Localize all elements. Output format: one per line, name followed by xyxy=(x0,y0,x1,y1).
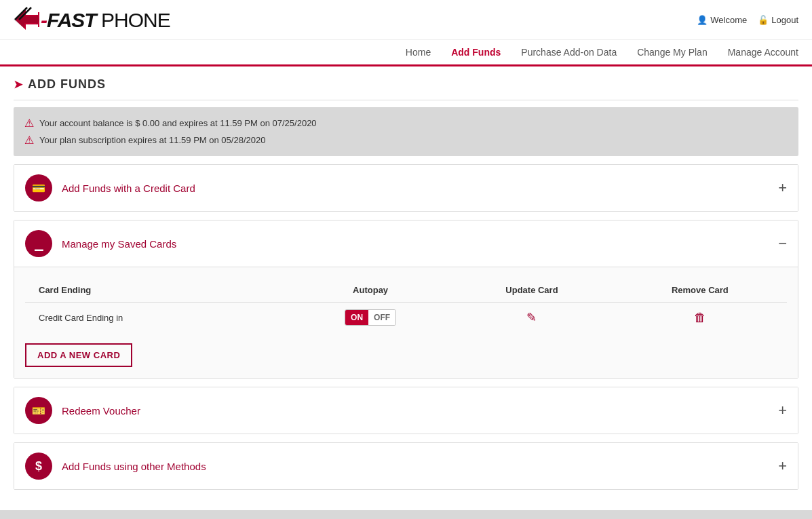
col-update-card: Update Card xyxy=(450,278,613,303)
credit-card-section: 💳 Add Funds with a Credit Card + xyxy=(14,164,798,212)
credit-card-title: Add Funds with a Credit Card xyxy=(62,182,195,194)
other-methods-section: $ Add Funds using other Methods + xyxy=(14,442,798,490)
header: -FAST PHONE 👤 Welcome 🔓 Logout xyxy=(0,0,812,40)
page-title-bar: ➤ ADD FUNDS xyxy=(14,66,798,100)
alert-icon-2: ⚠ xyxy=(24,134,34,147)
autopay-off: OFF xyxy=(368,310,395,325)
remove-card-cell: 🗑 xyxy=(613,303,787,333)
credit-card-toggle: + xyxy=(778,179,787,197)
credit-card-left: 💳 Add Funds with a Credit Card xyxy=(25,174,195,201)
welcome-label: Welcome xyxy=(710,15,747,25)
autopay-cell: ON OFF xyxy=(290,303,450,333)
col-remove-card: Remove Card xyxy=(613,278,787,303)
redeem-voucher-title: Redeem Voucher xyxy=(62,405,140,417)
footer: © GCI COMMUNICATIONS CORP. ALL RIGHTS RE… xyxy=(0,510,812,519)
page-title: ADD FUNDS xyxy=(28,77,106,92)
saved-cards-section: ⎯ Manage my Saved Cards − Card Ending Au… xyxy=(14,220,798,379)
chevron-icon: ➤ xyxy=(14,78,22,91)
nav-add-funds[interactable]: Add Funds xyxy=(451,47,501,58)
other-methods-toggle: + xyxy=(778,457,787,475)
credit-card-header[interactable]: 💳 Add Funds with a Credit Card + xyxy=(14,165,798,211)
update-card-cell: ✎ xyxy=(450,303,613,333)
saved-cards-toggle: − xyxy=(778,235,787,252)
saved-cards-header[interactable]: ⎯ Manage my Saved Cards − xyxy=(14,220,798,267)
alert-row-2: ⚠ Your plan subscription expires at 11.5… xyxy=(24,134,788,147)
credit-card-icon: 💳 xyxy=(32,182,45,195)
other-methods-icon: $ xyxy=(35,459,42,474)
user-icon: 👤 xyxy=(697,15,708,25)
redeem-voucher-left: 🎫 Redeem Voucher xyxy=(25,397,140,424)
alert-text-2: Your plan subscription expires at 11.59 … xyxy=(39,135,265,145)
svg-marker-1 xyxy=(14,11,39,28)
card-table: Card Ending Autopay Update Card Remove C… xyxy=(25,278,787,332)
other-methods-left: $ Add Funds using other Methods xyxy=(25,453,206,480)
redeem-voucher-icon-circle: 🎫 xyxy=(25,397,52,424)
alert-icon-1: ⚠ xyxy=(24,117,34,130)
redeem-voucher-header[interactable]: 🎫 Redeem Voucher + xyxy=(14,387,798,434)
nav-change-plan[interactable]: Change My Plan xyxy=(637,47,708,58)
header-right: 👤 Welcome 🔓 Logout xyxy=(697,15,798,25)
logout-link[interactable]: 🔓 Logout xyxy=(758,15,798,25)
alert-text-1: Your account balance is $ 0.00 and expir… xyxy=(39,118,317,128)
nav-home[interactable]: Home xyxy=(406,47,431,58)
card-ending-cell: Credit Card Ending in xyxy=(25,303,290,333)
saved-cards-icon-circle: ⎯ xyxy=(25,230,52,257)
add-new-card-button[interactable]: ADD A NEW CARD xyxy=(25,343,132,367)
logo-phone: PHONE xyxy=(101,9,170,31)
logo-fast: FAST xyxy=(47,9,96,31)
nav-bar: Home Add Funds Purchase Add-on Data Chan… xyxy=(0,40,812,66)
delete-card-icon[interactable]: 🗑 xyxy=(694,311,706,324)
alert-row-1: ⚠ Your account balance is $ 0.00 and exp… xyxy=(24,117,788,130)
saved-cards-title: Manage my Saved Cards xyxy=(62,238,176,250)
credit-card-icon-circle: 💳 xyxy=(25,174,52,201)
nav-purchase-addon[interactable]: Purchase Add-on Data xyxy=(521,47,617,58)
saved-cards-content: Card Ending Autopay Update Card Remove C… xyxy=(14,267,798,378)
redeem-voucher-toggle: + xyxy=(778,402,787,419)
other-methods-header[interactable]: $ Add Funds using other Methods + xyxy=(14,443,798,489)
nav-manage-account[interactable]: Manage Account xyxy=(728,47,798,58)
logo-area: -FAST PHONE xyxy=(14,7,170,33)
alert-box: ⚠ Your account balance is $ 0.00 and exp… xyxy=(14,107,798,156)
logo-icon xyxy=(14,7,39,33)
logout-icon: 🔓 xyxy=(758,15,769,25)
redeem-voucher-section: 🎫 Redeem Voucher + xyxy=(14,387,798,434)
other-methods-title: Add Funds using other Methods xyxy=(62,461,206,472)
redeem-voucher-icon: 🎫 xyxy=(32,404,45,417)
logout-label: Logout xyxy=(771,15,798,25)
edit-card-icon[interactable]: ✎ xyxy=(526,311,537,324)
col-card-ending: Card Ending xyxy=(25,278,290,303)
welcome-link[interactable]: 👤 Welcome xyxy=(697,15,747,25)
logo-text: -FAST PHONE xyxy=(41,7,170,33)
saved-cards-icon: ⎯ xyxy=(35,236,43,252)
table-row: Credit Card Ending in ON OFF ✎ 🗑 xyxy=(25,303,787,333)
autopay-on: ON xyxy=(345,310,368,325)
other-methods-icon-circle: $ xyxy=(25,453,52,480)
main-content: ➤ ADD FUNDS ⚠ Your account balance is $ … xyxy=(0,66,812,490)
saved-cards-left: ⎯ Manage my Saved Cards xyxy=(25,230,176,257)
col-autopay: Autopay xyxy=(290,278,450,303)
autopay-toggle[interactable]: ON OFF xyxy=(345,309,396,326)
